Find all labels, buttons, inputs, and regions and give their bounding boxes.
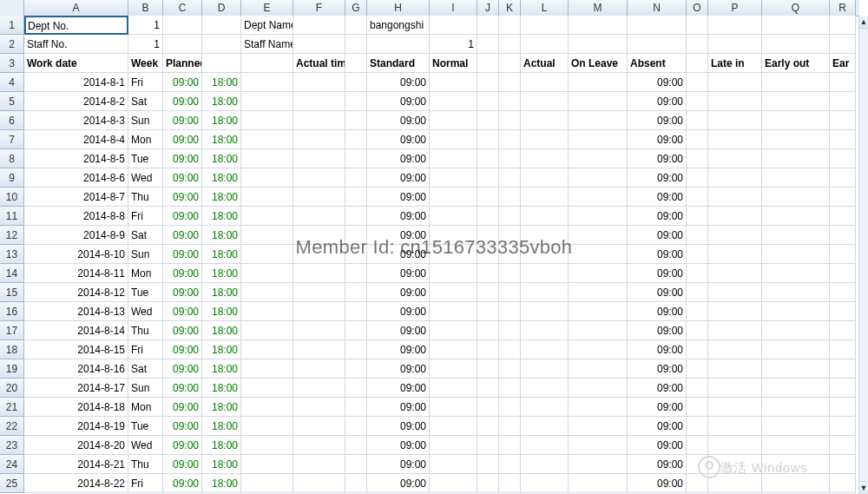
cell[interactable] — [345, 474, 367, 493]
cell[interactable] — [762, 226, 830, 245]
cell[interactable] — [687, 321, 708, 340]
cell[interactable] — [569, 264, 628, 283]
cell[interactable] — [521, 398, 569, 417]
cell[interactable] — [293, 321, 345, 340]
cell[interactable]: Sun — [128, 379, 163, 398]
cell[interactable] — [293, 359, 345, 379]
cell[interactable] — [202, 54, 241, 73]
cell[interactable] — [293, 149, 345, 168]
cell[interactable] — [241, 54, 293, 73]
cell[interactable] — [293, 188, 345, 207]
cell[interactable] — [499, 73, 521, 92]
cell[interactable]: 09:00 — [367, 149, 430, 168]
row-header[interactable]: 17 — [0, 321, 24, 340]
cell[interactable] — [830, 188, 856, 207]
cell[interactable] — [241, 340, 293, 359]
cell[interactable] — [830, 340, 856, 359]
cell[interactable] — [830, 474, 856, 493]
cell[interactable]: 09:00 — [163, 264, 202, 283]
cell[interactable] — [521, 340, 569, 359]
cell[interactable]: Sun — [128, 245, 163, 264]
cell[interactable]: 2014-8-6 — [24, 168, 128, 188]
cell[interactable] — [499, 436, 521, 455]
cell[interactable] — [293, 226, 345, 245]
select-all-corner[interactable] — [0, 0, 24, 16]
cell[interactable] — [521, 455, 569, 474]
cell[interactable] — [687, 340, 708, 359]
cell[interactable] — [569, 111, 628, 130]
cell[interactable] — [569, 283, 628, 302]
cell[interactable]: 09:00 — [163, 226, 202, 245]
cell[interactable] — [293, 417, 345, 436]
cell[interactable] — [499, 302, 521, 321]
cell[interactable]: 2014-8-21 — [24, 455, 128, 474]
cell[interactable] — [499, 417, 521, 436]
cell[interactable]: 18:00 — [202, 379, 241, 398]
row-header[interactable]: 12 — [0, 226, 24, 245]
cell[interactable]: 09:00 — [367, 302, 430, 321]
cell[interactable] — [830, 321, 856, 340]
cell[interactable] — [430, 417, 477, 436]
cell[interactable]: Wed — [128, 436, 163, 455]
cell[interactable] — [499, 130, 521, 149]
cell[interactable] — [241, 455, 293, 474]
cell[interactable]: 09:00 — [367, 92, 430, 111]
cell[interactable] — [569, 35, 628, 54]
cell[interactable] — [762, 359, 830, 379]
cell[interactable] — [687, 149, 708, 168]
cell[interactable]: 2014-8-14 — [24, 321, 128, 340]
cell[interactable] — [708, 321, 762, 340]
cell-I2[interactable]: 1 — [430, 35, 477, 54]
cell[interactable]: 2014-8-13 — [24, 302, 128, 321]
cell[interactable]: Tue — [128, 417, 163, 436]
cell[interactable] — [687, 436, 708, 455]
cell[interactable] — [430, 168, 477, 188]
cell[interactable] — [521, 111, 569, 130]
cell[interactable] — [830, 16, 856, 35]
cell[interactable]: 18:00 — [202, 359, 241, 379]
cell[interactable] — [830, 283, 856, 302]
cell[interactable]: Mon — [128, 398, 163, 417]
cell[interactable] — [293, 302, 345, 321]
cell[interactable]: 18:00 — [202, 168, 241, 188]
cell[interactable] — [762, 455, 830, 474]
cell[interactable]: 09:00 — [163, 207, 202, 226]
cell[interactable]: 2014-8-20 — [24, 436, 128, 455]
cell[interactable]: 18:00 — [202, 398, 241, 417]
cell[interactable] — [477, 16, 499, 35]
row-header[interactable]: 11 — [0, 207, 24, 226]
cell[interactable] — [499, 54, 521, 73]
cell[interactable] — [762, 73, 830, 92]
cell[interactable]: Thu — [128, 455, 163, 474]
cell[interactable] — [687, 379, 708, 398]
cell[interactable]: Thu — [128, 188, 163, 207]
cell[interactable] — [569, 73, 628, 92]
cell[interactable] — [499, 92, 521, 111]
cell[interactable] — [708, 379, 762, 398]
cell[interactable]: 18:00 — [202, 283, 241, 302]
cell[interactable] — [708, 35, 762, 54]
cell[interactable]: 2014-8-17 — [24, 379, 128, 398]
cell[interactable]: 18:00 — [202, 321, 241, 340]
cell[interactable] — [499, 379, 521, 398]
cell-H1[interactable]: bangongshi — [367, 16, 430, 35]
cell[interactable]: 2014-8-16 — [24, 359, 128, 379]
cell[interactable]: 18:00 — [202, 73, 241, 92]
cell[interactable] — [521, 130, 569, 149]
cell-N3[interactable]: Absent — [628, 54, 687, 73]
cell[interactable]: 2014-8-7 — [24, 188, 128, 207]
cell[interactable] — [708, 92, 762, 111]
cell[interactable] — [687, 226, 708, 245]
cell[interactable]: 09:00 — [367, 417, 430, 436]
cell[interactable]: 09:00 — [367, 436, 430, 455]
cell[interactable] — [477, 474, 499, 493]
cell[interactable]: 2014-8-2 — [24, 92, 128, 111]
cell[interactable] — [628, 35, 687, 54]
cell[interactable] — [521, 168, 569, 188]
cell-F3[interactable]: Actual time — [293, 54, 345, 73]
cell[interactable]: 09:00 — [628, 168, 687, 188]
cell[interactable] — [708, 226, 762, 245]
cell[interactable] — [345, 188, 367, 207]
cell[interactable] — [293, 398, 345, 417]
cell[interactable] — [762, 436, 830, 455]
